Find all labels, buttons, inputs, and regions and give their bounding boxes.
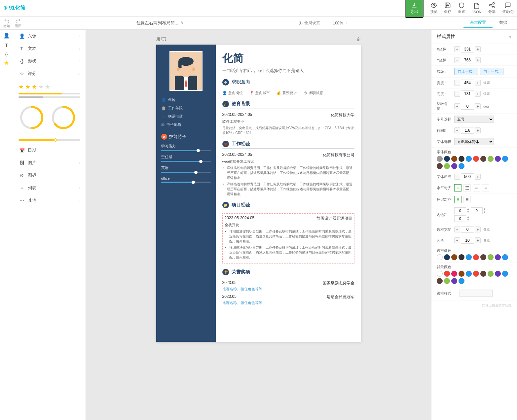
y-value-input[interactable]	[461, 57, 474, 63]
panel-collapse-button[interactable]: ∨	[509, 34, 512, 39]
width-plus-button[interactable]: ＋	[475, 80, 481, 86]
valign-top-button[interactable]: ≡	[454, 196, 462, 203]
layer-down-button[interactable]: 向下一层↓	[480, 68, 504, 75]
delete-page-button[interactable]: 🗑	[356, 37, 361, 42]
sidebar-icon-rating[interactable]: ⭐	[4, 60, 9, 65]
redo-button[interactable]: 返回	[15, 18, 21, 28]
align-center-button[interactable]: ☰	[463, 184, 471, 192]
json-button[interactable]: JSON	[472, 3, 481, 14]
padding-bottom-value[interactable]	[454, 215, 466, 222]
font-weight-plus-button[interactable]: ＋	[475, 174, 481, 180]
font-weight-minus-button[interactable]: －	[454, 174, 460, 180]
align-right-button[interactable]: ≡	[473, 184, 480, 192]
y-plus-button[interactable]: ＋	[475, 57, 481, 63]
font-color-blue-2[interactable]	[502, 156, 508, 162]
x-plus-button[interactable]: ＋	[475, 46, 481, 52]
border-width-value-input[interactable]	[461, 226, 474, 233]
height-minus-button[interactable]: －	[454, 91, 460, 97]
sidebar-item-rating[interactable]: ☆ 评分 ∨	[13, 67, 86, 80]
height-value-input[interactable]	[461, 90, 474, 97]
font-family-row: 字体选择 方正黑体简体宋体微软雅黑	[431, 136, 517, 148]
border-style-preview[interactable]	[460, 290, 493, 297]
comment-button[interactable]: 评论(0)	[502, 2, 514, 14]
font-weight-value-input[interactable]	[461, 173, 474, 180]
font-color-brown[interactable]	[451, 156, 457, 162]
slider-bar	[18, 139, 80, 141]
font-size-select[interactable]: 五号四号三号小四	[454, 116, 494, 123]
font-color-gray[interactable]	[437, 156, 443, 162]
width-value-input[interactable]	[461, 80, 474, 86]
rotate-value-input[interactable]	[461, 103, 474, 110]
sidebar-icon-avatar[interactable]: 👤	[3, 32, 10, 39]
star-3[interactable]: ★	[32, 83, 37, 90]
sidebar-icon-text[interactable]: T	[5, 43, 8, 48]
tab-data[interactable]: 数据	[493, 18, 514, 28]
sidebar-item-image[interactable]: 🖼 图片 ›	[13, 157, 86, 169]
font-family-select[interactable]: 方正黑体简体宋体微软雅黑	[454, 138, 494, 145]
width-property-row: 宽度： － ＋ 像素	[431, 78, 517, 88]
rotate-plus-button[interactable]: ＋	[475, 103, 481, 109]
font-color-purple[interactable]	[495, 156, 501, 162]
padding-top-value[interactable]	[454, 207, 466, 214]
padding-right-value[interactable]	[471, 207, 483, 214]
project-entry-1: 2023.05-2024.05 简历设计器开源项目 全栈开发 详细描述你的职责范…	[222, 213, 354, 263]
border-radius-value-input[interactable]	[461, 237, 474, 244]
sidebar-item-avatar[interactable]: 👤 头像 ›	[13, 30, 86, 42]
sidebar-item-date[interactable]: 📅 日期 ›	[13, 144, 86, 157]
rotate-minus-button[interactable]: －	[454, 103, 460, 109]
star-2[interactable]: ★	[25, 83, 30, 90]
font-color-green[interactable]	[488, 156, 494, 162]
sidebar-item-shape[interactable]: {} 形状 ›	[13, 55, 86, 67]
global-settings-button[interactable]: 全局设置	[298, 20, 320, 26]
sidebar-item-list[interactable]: ≡ 列表 ›	[13, 182, 86, 194]
line-height-minus-button[interactable]: －	[454, 127, 460, 133]
y-minus-button[interactable]: －	[454, 57, 460, 63]
y-label: Y坐标：	[437, 58, 452, 63]
preview-button[interactable]: 预览	[430, 2, 437, 14]
x-minus-button[interactable]: －	[454, 46, 460, 52]
export-button[interactable]: 导出	[405, 0, 424, 18]
sidebar-icon-shape[interactable]: {}	[5, 52, 8, 56]
line-height-value-input[interactable]	[461, 127, 474, 134]
width-minus-button[interactable]: －	[454, 80, 460, 86]
border-color-white[interactable]	[437, 254, 443, 260]
border-radius-label: 圆角	[437, 238, 452, 243]
share-button[interactable]: 分享	[488, 2, 496, 14]
border-width-plus-button[interactable]: ＋	[475, 227, 481, 232]
border-width-minus-button[interactable]: －	[454, 227, 460, 232]
height-plus-button[interactable]: ＋	[475, 91, 481, 97]
font-color-dark-brown[interactable]	[480, 156, 486, 162]
zoom-out-icon[interactable]: －	[327, 20, 331, 26]
bg-color-palette	[437, 271, 512, 277]
font-color-black[interactable]	[459, 156, 464, 162]
star-5[interactable]: ★	[45, 83, 50, 90]
layer-up-button[interactable]: 向上一层↑	[454, 68, 478, 75]
sidebar-item-other[interactable]: ⋯ 其他 ›	[13, 194, 86, 207]
border-radius-plus-button[interactable]: ＋	[475, 237, 481, 243]
font-color-red[interactable]	[473, 156, 479, 162]
save-button[interactable]: 保存	[444, 2, 451, 14]
skill-office: office	[161, 176, 211, 183]
align-justify-button[interactable]: ≡	[482, 184, 489, 192]
x-value-input[interactable]	[461, 46, 474, 52]
tab-basic[interactable]: 基本配置	[463, 18, 493, 28]
honor-entry-2: 2023.05 运动会长跑冠军 比赛名称、担任角色等等	[222, 294, 354, 305]
reset-button[interactable]: 重置	[458, 2, 465, 14]
sidebar-item-text[interactable]: T 文本 ›	[13, 42, 86, 55]
valign-middle-button[interactable]: ≡	[463, 196, 471, 203]
font-color-dark-blue[interactable]	[444, 156, 450, 162]
edit-filename-icon[interactable]: ✎	[180, 20, 184, 25]
star-4[interactable]: ★	[38, 83, 44, 90]
main-layout: 👤 T {} ⭐ 👤 头像 › T 文本 › {} 形状 › ☆	[0, 30, 517, 420]
star-1[interactable]: ★	[18, 83, 24, 90]
sidebar-item-icon[interactable]: ⊙ 图标 ›	[13, 169, 86, 182]
app-logo: ✳ 91化简	[3, 5, 25, 12]
font-color-blue[interactable]	[466, 156, 472, 162]
align-left-button[interactable]: ≡	[454, 184, 462, 192]
education-section: 🎓 教育背景 2023.05-2024.05 化简科技大学 软件工程专业 尽量简…	[222, 101, 354, 135]
border-radius-minus-button[interactable]: －	[454, 237, 460, 243]
line-height-plus-button[interactable]: ＋	[475, 127, 481, 133]
zoom-in-icon[interactable]: ＋	[345, 20, 349, 26]
undo-button[interactable]: 撤销	[3, 18, 10, 28]
width-input: － ＋	[454, 80, 481, 86]
